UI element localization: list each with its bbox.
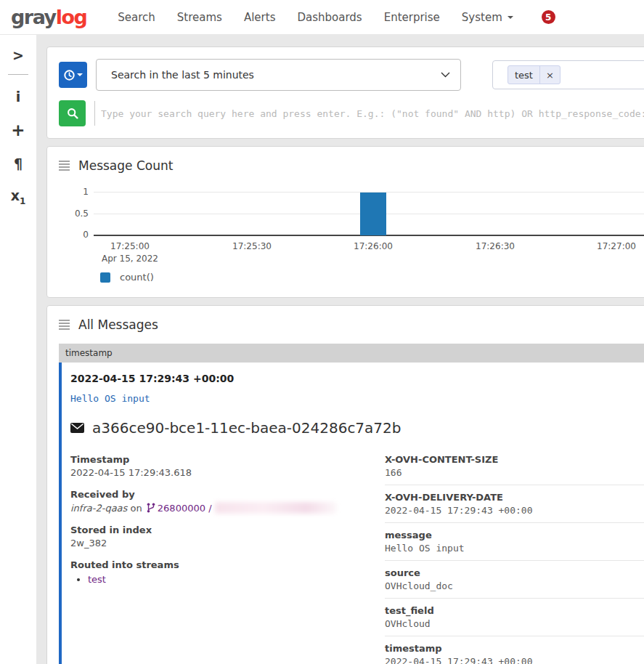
nav-dropdown-system[interactable]: System	[451, 0, 524, 34]
message-detail-heading: a366ce90-bce1-11ec-baea-024286c7a72b	[70, 419, 644, 437]
field-label[interactable]: source	[385, 567, 644, 578]
input-link[interactable]: 26800000 /	[158, 503, 212, 514]
stream-list-item: test	[88, 574, 385, 585]
x-axis-tick: 17:27:00	[597, 241, 636, 251]
nav-item-dashboards[interactable]: Dashboards	[286, 0, 372, 34]
search-page-content: Search in the last 5 minutes test ×	[36, 35, 644, 664]
field-test-field: test_field OVHcloud	[385, 598, 644, 636]
nav-item-alerts[interactable]: Alerts	[233, 0, 287, 34]
field-value: OVHcloud_doc	[385, 580, 644, 591]
field-timestamp-meta: Timestamp 2022-04-15 17:29:43.618	[70, 454, 385, 478]
field-label: Routed into streams	[70, 559, 385, 570]
search-submit-button[interactable]	[59, 100, 86, 126]
nav-menu: Search Streams Alerts Dashboards Enterpr…	[107, 0, 555, 34]
pilcrow-icon: ¶	[14, 155, 23, 171]
search-query-input[interactable]	[95, 101, 644, 126]
x-axis-tick: 17:26:00	[354, 241, 393, 251]
field-timestamp: timestamp 2022-04-15 17:29:43 +00:00	[385, 636, 644, 664]
chevron-down-icon	[441, 72, 450, 78]
field-value: 2022-04-15 17:29:43 +00:00	[385, 505, 644, 516]
clock-icon	[64, 70, 75, 81]
chart-legend: count()	[100, 272, 644, 283]
field-label: Stored in index	[70, 525, 385, 535]
field-label[interactable]: timestamp	[385, 643, 644, 654]
field-received-by: Received by infra-2-qaas on 26800000 /	[70, 489, 385, 514]
notification-badge[interactable]: 5	[542, 10, 555, 24]
search-sidebar-rail: > i + ¶ x1	[0, 35, 36, 664]
field-value: test	[70, 574, 385, 585]
sidebar-expand-button[interactable]: >	[0, 41, 36, 70]
nav-item-streams[interactable]: Streams	[166, 0, 233, 34]
field-source: source OVHcloud_doc	[385, 560, 644, 598]
field-label[interactable]: X-OVH-CONTENT-SIZE	[385, 454, 644, 465]
redacted-input-name	[215, 502, 337, 514]
field-label: Received by	[70, 489, 385, 500]
search-bar-card: Search in the last 5 minutes test ×	[46, 46, 644, 139]
chevron-down-icon	[508, 16, 513, 19]
widget-drag-handle-icon[interactable]	[59, 318, 70, 331]
message-count-widget: Message Count 1 0.5 0 17:25:00	[46, 146, 644, 298]
remove-chip-button[interactable]: ×	[539, 66, 560, 84]
field-label[interactable]: test_field	[385, 605, 644, 616]
stream-link[interactable]: test	[88, 574, 106, 585]
sidebar-item-description[interactable]: i	[0, 82, 36, 111]
message-id[interactable]: a366ce90-bce1-11ec-baea-024286c7a72b	[92, 419, 402, 437]
system-label: System	[462, 11, 502, 24]
message-count-chart: 1 0.5 0 17:25:00 Apr 15, 2022 17:25:30 1…	[59, 192, 644, 283]
field-x-ovh-delivery-date: X-OVH-DELIVERY-DATE 2022-04-15 17:29:43 …	[385, 485, 644, 522]
nav-item-enterprise[interactable]: Enterprise	[373, 0, 451, 34]
envelope-icon	[70, 423, 84, 433]
bar-17-26-00[interactable]	[360, 193, 386, 235]
sidebar-item-highlighting[interactable]: ¶	[0, 149, 36, 178]
legend-label-count[interactable]: count()	[120, 272, 154, 283]
sidebar-item-create[interactable]: +	[0, 116, 36, 145]
message-timestamp[interactable]: 2022-04-15 17:29:43 +00:00	[70, 368, 644, 387]
chart-plot-area[interactable]: 1 0.5 0 17:25:00 Apr 15, 2022 17:25:30 1…	[94, 192, 644, 235]
widget-title: All Messages	[78, 317, 158, 332]
code-fork-icon	[147, 503, 155, 513]
x-axis-tick: 17:26:30	[476, 241, 515, 251]
messages-table-header-timestamp[interactable]: timestamp	[59, 344, 644, 363]
stream-filter-chip: test ×	[508, 65, 561, 84]
query-input-wrap	[94, 101, 644, 126]
field-x-ovh-content-size: X-OVH-CONTENT-SIZE 166	[385, 454, 644, 485]
logo-text-gray: gray	[11, 6, 56, 28]
info-icon: i	[16, 89, 21, 105]
sidebar-item-fields[interactable]: x1	[0, 182, 36, 211]
field-value: Hello OS input	[385, 543, 644, 554]
chevron-right-icon: >	[12, 47, 24, 63]
nav-item-search[interactable]: Search	[107, 0, 166, 34]
sidebar-divider	[8, 74, 28, 75]
top-navbar: graylog Search Streams Alerts Dashboards…	[0, 0, 644, 35]
field-label: Timestamp	[70, 454, 385, 465]
timerange-type-button[interactable]	[59, 62, 87, 88]
legend-swatch-count[interactable]	[100, 272, 110, 283]
message-detail-fields: Timestamp 2022-04-15 17:29:43.618 Receiv…	[70, 454, 644, 664]
message-summary[interactable]: Hello OS input	[70, 393, 644, 404]
field-value: 2022-04-15 17:29:43.618	[70, 467, 385, 478]
field-value: OVHcloud	[385, 618, 644, 629]
field-message: message Hello OS input	[385, 522, 644, 560]
all-messages-widget: All Messages timestamp 2022-04-15 17:29:…	[46, 305, 644, 664]
receiving-node: infra-2-qaas	[70, 503, 127, 514]
logo-text-log: log	[56, 6, 87, 28]
field-label[interactable]: X-OVH-DELIVERY-DATE	[385, 492, 644, 503]
field-label[interactable]: message	[385, 530, 644, 540]
x-axis-date-label: Apr 15, 2022	[102, 254, 158, 264]
widget-drag-handle-icon[interactable]	[59, 159, 70, 172]
field-value: 166	[385, 467, 644, 478]
graylog-logo[interactable]: graylog	[11, 6, 86, 28]
fields-x1-icon: x1	[11, 187, 26, 206]
timerange-selected-option: Search in the last 5 minutes	[111, 69, 441, 81]
message-row[interactable]: 2022-04-15 17:29:43 +00:00 Hello OS inpu…	[59, 363, 644, 664]
stream-filter-input[interactable]: test ×	[492, 60, 644, 89]
stream-chip-label: test	[508, 70, 539, 81]
chevron-down-icon	[77, 73, 83, 76]
message-fields-column: X-OVH-CONTENT-SIZE 166 X-OVH-DELIVERY-DA…	[385, 454, 644, 664]
y-axis-tick: 1	[83, 187, 89, 197]
timerange-select[interactable]: Search in the last 5 minutes	[96, 59, 461, 91]
field-stored-in-index: Stored in index 2w_382	[70, 525, 385, 548]
search-icon	[67, 108, 78, 119]
y-axis-tick: 0.5	[75, 208, 89, 219]
field-value: 2022-04-15 17:29:43 +00:00	[385, 656, 644, 664]
